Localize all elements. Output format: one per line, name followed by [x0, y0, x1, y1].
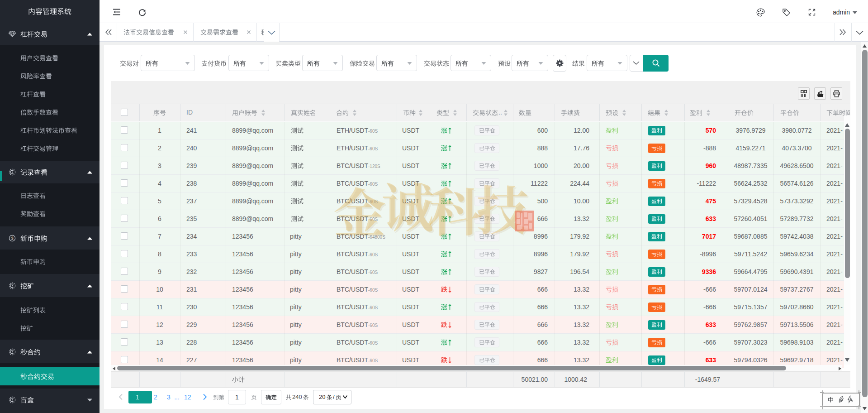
svg-text:$: $: [11, 236, 13, 240]
